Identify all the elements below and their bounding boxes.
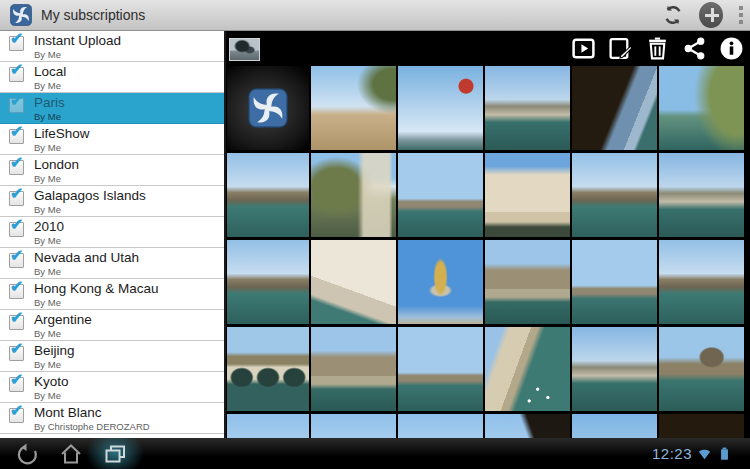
home-icon[interactable] (59, 442, 83, 466)
photo-thumbnail[interactable] (227, 153, 309, 237)
photo-thumbnail[interactable] (311, 240, 396, 324)
check-mark-icon: ✔ (10, 122, 23, 141)
checkbox[interactable]: ✔ (9, 129, 24, 144)
subscription-item[interactable]: ✔ Beijing By Me (0, 341, 224, 372)
photo-thumbnail[interactable] (572, 153, 657, 237)
subscription-label: LifeShow (34, 126, 220, 142)
photo-thumbnail[interactable] (398, 240, 483, 324)
photo-thumbnail[interactable] (311, 414, 396, 438)
photo-thumbnail[interactable] (485, 66, 570, 150)
photo-thumbnail[interactable] (485, 414, 570, 438)
subscription-item[interactable]: ✔ LifeShow By Me (0, 124, 224, 155)
check-mark-icon: ✔ (10, 184, 23, 203)
checkbox[interactable]: ✔ (9, 160, 24, 175)
subscription-label: Kyoto (34, 374, 220, 390)
subscription-item[interactable]: ✔ Hong Kong & Macau By Me (0, 279, 224, 310)
checkbox[interactable]: ✔ (9, 67, 24, 82)
checkbox[interactable]: ✔ (9, 315, 24, 330)
wifi-icon (697, 446, 712, 461)
checkbox[interactable]: ✔ (9, 98, 24, 113)
battery-icon (717, 446, 732, 461)
app-bar: My subscriptions (0, 0, 750, 31)
page-title: My subscriptions (41, 7, 145, 23)
slideshow-icon[interactable] (571, 36, 596, 61)
checkbox[interactable]: ✔ (9, 222, 24, 237)
photo-thumbnail[interactable] (659, 240, 744, 324)
checkbox[interactable]: ✔ (9, 284, 24, 299)
info-icon[interactable] (719, 36, 744, 61)
subscription-item[interactable]: ✔ Argentine By Me (0, 310, 224, 341)
recents-icon[interactable] (103, 442, 127, 466)
checkbox[interactable]: ✔ (9, 346, 24, 361)
subscription-item[interactable]: ✔ Local By Me (0, 62, 224, 93)
subscription-label: Mont Blanc (34, 405, 220, 421)
check-mark-icon: ✔ (10, 308, 23, 327)
photo-thumbnail[interactable] (398, 327, 483, 411)
photo-thumbnail[interactable] (485, 327, 570, 411)
check-mark-icon: ✔ (10, 91, 23, 110)
subscription-label: Local (34, 64, 220, 80)
subscription-item[interactable]: ✔ Instant Upload By Me (0, 31, 224, 62)
subscription-item[interactable]: ✔ Mont Blanc By Christophe DEROZARD (0, 403, 224, 434)
photo-thumbnail[interactable] (398, 414, 483, 438)
check-mark-icon: ✔ (10, 31, 23, 48)
photo-thumbnail[interactable] (485, 153, 570, 237)
photo-thumbnail[interactable] (572, 240, 657, 324)
photo-thumbnail[interactable] (311, 153, 396, 237)
subscription-label: 2010 (34, 219, 220, 235)
subscription-item[interactable]: ✔ 2010 By Me (0, 217, 224, 248)
photo-thumbnail[interactable] (227, 240, 309, 324)
app-logo-tile[interactable] (227, 66, 309, 150)
share-icon[interactable] (682, 36, 707, 61)
subscription-label: Argentine (34, 312, 220, 328)
subscription-item[interactable]: ✔ London By Me (0, 155, 224, 186)
photo-thumbnail[interactable] (659, 153, 744, 237)
subscriptions-sidebar[interactable]: ✔ Instant Upload By Me ✔ Local By Me ✔ P… (0, 31, 226, 438)
system-bar: 12:23 (0, 438, 750, 469)
delete-icon[interactable] (645, 36, 670, 61)
photo-thumbnail[interactable] (227, 327, 309, 411)
subscription-byline: By Me (34, 359, 220, 370)
subscription-byline: By Me (34, 111, 220, 122)
photo-thumbnail[interactable] (398, 66, 483, 150)
subscription-byline: By Me (34, 80, 220, 91)
subscription-label: Nevada and Utah (34, 250, 220, 266)
photo-grid (227, 66, 750, 438)
check-mark-icon: ✔ (10, 277, 23, 296)
photo-thumbnail[interactable] (572, 66, 657, 150)
edit-icon[interactable] (608, 36, 633, 61)
checkbox[interactable]: ✔ (9, 253, 24, 268)
checkbox[interactable]: ✔ (9, 36, 24, 51)
subscription-item[interactable]: ✔ Kyoto By Me (0, 372, 224, 403)
photo-thumbnail[interactable] (311, 327, 396, 411)
subscription-item[interactable]: ✔ Nevada and Utah By Me (0, 248, 224, 279)
checkbox[interactable]: ✔ (9, 377, 24, 392)
check-mark-icon: ✔ (10, 153, 23, 172)
checkbox[interactable]: ✔ (9, 191, 24, 206)
checkbox[interactable]: ✔ (9, 408, 24, 423)
subscription-byline: By Me (34, 266, 220, 277)
subscription-byline: By Me (34, 297, 220, 308)
subscription-item[interactable]: ✔ Galapagos Islands By Me (0, 186, 224, 217)
mini-thumbnail[interactable] (229, 38, 260, 61)
subscription-label: Beijing (34, 343, 220, 359)
photo-thumbnail[interactable] (572, 327, 657, 411)
photo-thumbnail[interactable] (659, 327, 744, 411)
photo-thumbnail[interactable] (398, 153, 483, 237)
overflow-menu-icon[interactable] (736, 6, 746, 24)
photo-thumbnail[interactable] (227, 414, 309, 438)
content-toolbar (226, 31, 750, 66)
photo-thumbnail[interactable] (311, 66, 396, 150)
subscription-label: Instant Upload (34, 33, 220, 49)
check-mark-icon: ✔ (10, 60, 23, 79)
photo-thumbnail[interactable] (659, 414, 744, 438)
check-mark-icon: ✔ (10, 401, 23, 420)
subscription-byline: By Me (34, 204, 220, 215)
photo-thumbnail[interactable] (659, 66, 744, 150)
subscription-item[interactable]: ✔ Paris By Me (0, 93, 224, 124)
photo-thumbnail[interactable] (485, 240, 570, 324)
add-icon[interactable] (699, 3, 723, 27)
back-icon[interactable] (16, 442, 40, 466)
photo-thumbnail[interactable] (572, 414, 657, 438)
refresh-icon[interactable] (661, 3, 685, 27)
